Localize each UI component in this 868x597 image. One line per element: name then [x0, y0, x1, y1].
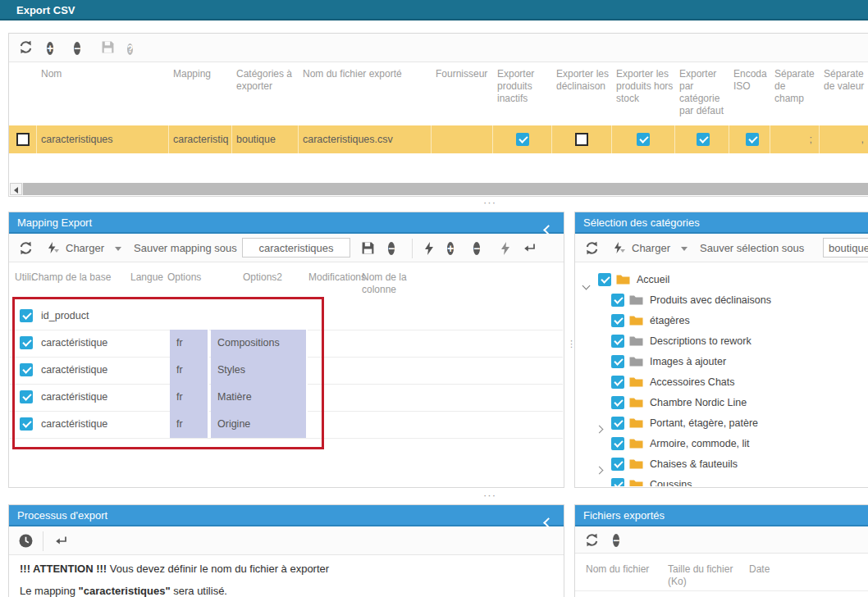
options-cell[interactable]: Compositions — [211, 330, 308, 357]
cell-mapping[interactable]: caracteristiq — [169, 125, 232, 153]
refresh-mapping-button[interactable] — [19, 241, 34, 256]
tree-item[interactable]: Images à ajouter — [575, 352, 868, 372]
mapping-row[interactable]: caractéristique fr Styles — [10, 357, 563, 385]
category-checkbox[interactable] — [611, 437, 624, 450]
options-cell[interactable]: Styles — [211, 357, 308, 384]
category-checkbox[interactable] — [611, 294, 624, 307]
cell-fournisseur[interactable] — [432, 125, 493, 153]
category-label[interactable]: étagères — [650, 311, 690, 331]
category-checkbox[interactable] — [611, 355, 624, 368]
category-checkbox[interactable] — [611, 335, 624, 348]
category-checkbox[interactable] — [611, 478, 624, 486]
mapping-name-input[interactable] — [242, 238, 350, 257]
langue-cell[interactable]: fr — [170, 357, 209, 384]
declinaisons-checkbox[interactable] — [575, 133, 588, 146]
selection-name-input[interactable] — [823, 238, 868, 257]
mapping-row[interactable]: caractéristique fr Matière — [10, 384, 563, 412]
mapping-row[interactable]: caractéristique fr Origine — [10, 411, 563, 439]
langue-cell[interactable]: fr — [170, 411, 209, 438]
auto-fill-button[interactable] — [423, 242, 438, 257]
produits-inactifs-checkbox[interactable] — [516, 133, 529, 146]
langue-cell[interactable]: fr — [170, 384, 209, 411]
remove-field-button[interactable]: − — [473, 241, 488, 256]
sauver-mapping-button[interactable]: Sauver mapping sous — [134, 234, 237, 262]
charger-selection-button[interactable] — [613, 242, 628, 257]
row-select-checkbox[interactable] — [16, 133, 30, 146]
tree-item[interactable]: Armoire, commode, lit — [575, 434, 868, 454]
row-checkbox[interactable] — [20, 390, 33, 403]
row-checkbox[interactable] — [20, 336, 33, 349]
cell-fichier[interactable]: caracteristiques.csv — [299, 125, 432, 153]
category-label[interactable]: Chambre Nordic Line — [650, 393, 747, 413]
horizontal-scrollbar[interactable] — [10, 183, 868, 195]
tree-item[interactable]: Chambre Nordic Line — [575, 393, 868, 413]
files-header-date[interactable]: Date — [749, 563, 790, 576]
tree-item[interactable]: Coussins — [575, 475, 868, 486]
category-checkbox[interactable] — [611, 314, 624, 327]
categorie-defaut-checkbox[interactable] — [697, 133, 710, 146]
hors-stock-checkbox[interactable] — [637, 133, 650, 146]
charger-mapping-button[interactable] — [47, 242, 62, 257]
charger-dropdown-caret[interactable] — [681, 247, 688, 251]
category-label[interactable]: Accueil — [637, 270, 669, 290]
mapping-row[interactable]: caractéristique fr Compositions — [10, 330, 563, 358]
column-header-nom[interactable]: Nom — [37, 68, 168, 80]
cell-separateur-valeur[interactable]: , — [820, 125, 868, 153]
column-header-mapping[interactable]: Mapping — [169, 68, 231, 80]
files-header-taille[interactable]: Taille du fichier (Ko) — [668, 563, 740, 588]
langue-cell[interactable]: fr — [170, 330, 209, 357]
tree-item[interactable]: Chaises & fauteuils — [575, 454, 868, 475]
charger-selection-label[interactable]: Charger — [632, 234, 670, 262]
refresh-button[interactable] — [19, 40, 34, 55]
add-field-button[interactable]: + — [447, 241, 462, 256]
tree-item[interactable]: Accessoires Chats — [575, 372, 868, 393]
refresh-categories-button[interactable] — [585, 241, 600, 256]
column-header-separateur-valeur[interactable]: Séparate de valeur — [820, 68, 867, 93]
horizontal-resize-handle[interactable]: ··· — [483, 199, 496, 206]
category-checkbox[interactable] — [611, 376, 624, 389]
tree-item[interactable]: étagères — [575, 311, 868, 331]
column-header-declinaisons[interactable]: Exporter les déclinaison — [552, 68, 611, 93]
revert-button[interactable] — [523, 242, 538, 257]
category-checkbox[interactable] — [611, 417, 624, 430]
column-header-produits-inactifs[interactable]: Exporter produits inactifs — [493, 68, 550, 105]
tree-item[interactable]: Portant, étagère, patère — [575, 413, 868, 434]
help-button[interactable]: ? — [127, 41, 142, 56]
column-header-separateur-champ[interactable]: Séparate de champ — [770, 68, 816, 105]
column-header-categorie-defaut[interactable]: Exporter par catégorie par défaut — [675, 68, 729, 117]
column-header-fichier[interactable]: Nom du fichier exporté — [299, 68, 430, 80]
column-header-categories[interactable]: Catégories à exporter — [232, 68, 298, 93]
category-checkbox[interactable] — [611, 396, 624, 409]
delete-file-button[interactable]: − — [613, 533, 628, 548]
category-label[interactable]: Descriptions to rework — [650, 331, 752, 352]
row-checkbox[interactable] — [20, 417, 33, 431]
delete-mapping-button[interactable]: − — [388, 241, 403, 256]
files-header-nom[interactable]: Nom du fichier — [586, 563, 660, 576]
clear-fields-button[interactable] — [500, 242, 514, 257]
encodage-iso-checkbox[interactable] — [746, 133, 759, 146]
remove-button[interactable]: − — [74, 41, 89, 56]
revert-button[interactable] — [55, 535, 70, 549]
save-button[interactable] — [101, 40, 116, 55]
options-cell[interactable]: Origine — [211, 411, 308, 438]
category-label[interactable]: Produits avec déclinaisons — [650, 290, 771, 311]
export-row[interactable]: caracteristiques caracteristiq boutique … — [9, 125, 868, 153]
options-cell[interactable]: Matière — [211, 384, 308, 411]
category-label[interactable]: Portant, étagère, patère — [650, 413, 758, 434]
row-checkbox[interactable] — [20, 309, 33, 322]
column-header-hors-stock[interactable]: Exporter les produits hors stock — [612, 68, 674, 105]
charger-dropdown-caret[interactable] — [115, 247, 121, 251]
scroll-left-button[interactable] — [10, 183, 22, 195]
refresh-files-button[interactable] — [585, 533, 600, 548]
cell-nom[interactable]: caracteristiques — [37, 125, 169, 153]
tree-item-accueil[interactable]: Accueil — [575, 270, 868, 290]
category-checkbox[interactable] — [611, 458, 624, 471]
category-label[interactable]: Accessoires Chats — [650, 372, 735, 393]
category-label[interactable]: Armoire, commode, lit — [650, 434, 750, 454]
row-checkbox[interactable] — [20, 363, 33, 376]
horizontal-resize-handle[interactable]: ··· — [483, 492, 496, 499]
cell-categories[interactable]: boutique — [232, 125, 299, 153]
column-header-fournisseur[interactable]: Fournisseur — [432, 68, 492, 80]
charger-mapping-label[interactable]: Charger — [66, 234, 104, 262]
save-mapping-button[interactable] — [361, 241, 376, 256]
